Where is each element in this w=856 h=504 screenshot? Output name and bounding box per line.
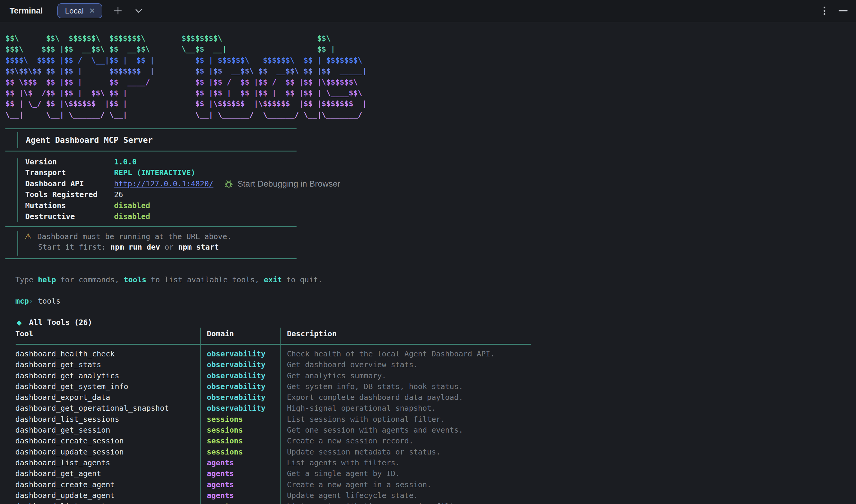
info-accent-bar — [17, 158, 18, 222]
table-row: dashboard_list_eventseventsList events w… — [0, 501, 856, 504]
tools-registered-value: 26 — [114, 189, 123, 200]
minimize-icon[interactable] — [839, 10, 848, 12]
description-cell: List sessions with optional filter. — [287, 414, 445, 425]
info-row-destructive: Destructive disabled — [25, 211, 340, 222]
table-row: dashboard_get_system_infoobservabilityGe… — [0, 381, 856, 392]
domain-cell: sessions — [207, 425, 243, 436]
ascii-banner-line: $$ |\$ /$$ |$$ | $$\ $$ | $$ |$$ | $$ |$… — [5, 88, 367, 98]
tool-name-cell: dashboard_update_agent — [15, 490, 115, 501]
info-row-version: Version 1.0.0 — [25, 157, 340, 167]
domain-cell: agents — [207, 457, 234, 468]
ascii-banner-mcp-tools: $$\ $$\ $$$$$$\ $$$$$$$\ $$$$$$$$\ $$\$$… — [5, 33, 367, 120]
typed-command: tools — [33, 297, 60, 305]
tool-name-cell: dashboard_list_events — [15, 501, 110, 504]
ascii-banner-line: $$\ $$\ $$$$$$\ $$$$$$$\ $$$$$$$$\ $$\ — [5, 33, 367, 44]
table-header-row: Tool Domain Description — [0, 328, 856, 339]
tool-name-cell: dashboard_get_agent — [15, 468, 101, 479]
info-label: Mutations — [25, 200, 114, 211]
server-title: Agent Dashboard MCP Server — [26, 132, 153, 148]
start-debugging-action[interactable]: Start Debugging in Browser — [224, 179, 340, 189]
table-row: dashboard_list_agentsagentsList agents w… — [0, 457, 856, 468]
table-row: dashboard_get_sessionsessionsGet one ses… — [0, 425, 856, 436]
domain-cell: observability — [207, 348, 266, 359]
new-tab-plus-icon[interactable] — [112, 5, 123, 16]
info-label: Destructive — [25, 211, 114, 222]
table-row: dashboard_get_statsobservabilityGet dash… — [0, 359, 856, 370]
terminal-titlebar: Terminal Local ✕ — [0, 0, 856, 22]
domain-cell: observability — [207, 381, 266, 392]
destructive-status: disabled — [114, 211, 150, 222]
description-cell: Get dashboard overview stats. — [287, 359, 418, 370]
domain-cell: sessions — [207, 447, 243, 457]
terminal-window: Terminal Local ✕ $$\ $$\ $$$$$$\ $$$$$$$… — [0, 0, 856, 504]
ascii-banner-line: $$$$\ $$$$ |$$ / \__|$$ | $$ | $$ | $$$$… — [5, 55, 367, 66]
description-cell: List agents with filters. — [287, 457, 400, 468]
command-npm-start: npm start — [178, 243, 219, 251]
domain-cell: observability — [207, 403, 266, 414]
table-row: dashboard_health_checkobservabilityCheck… — [0, 348, 856, 359]
start-debugging-label: Start Debugging in Browser — [237, 179, 340, 189]
transport-value: REPL (INTERACTIVE) — [114, 167, 195, 178]
mutations-status: disabled — [114, 200, 150, 211]
table-row: dashboard_update_sessionsessionsUpdate s… — [0, 447, 856, 457]
warning-line-2: Start it first: npm run dev or npm start — [24, 242, 232, 253]
domain-cell: events — [207, 501, 234, 504]
info-label: Tools Registered — [25, 189, 114, 200]
window-title: Terminal — [10, 6, 43, 16]
tab-local[interactable]: Local ✕ — [57, 3, 102, 18]
description-cell: Get analytics summary. — [287, 371, 386, 381]
description-cell: Export complete dashboard data payload. — [287, 392, 463, 403]
ascii-banner-line: $$ \$$$ $$ |$$ | $$ ____/ $$ |$$ / $$ |$… — [5, 77, 367, 88]
divider — [5, 226, 297, 227]
keyword-exit: exit — [264, 275, 282, 284]
tool-name-cell: dashboard_get_analytics — [15, 371, 119, 381]
domain-cell: agents — [207, 480, 234, 490]
table-row: dashboard_update_agentagentsUpdate agent… — [0, 490, 856, 501]
prompt-caret: › — [29, 297, 33, 305]
table-row: dashboard_get_operational_snapshotobserv… — [0, 403, 856, 414]
dashboard-api-link[interactable]: http://127.0.0.1:4820/ — [114, 179, 213, 189]
tool-name-cell: dashboard_get_session — [15, 425, 110, 436]
table-header-rule — [16, 344, 531, 345]
divider — [5, 150, 297, 151]
domain-cell: agents — [207, 490, 234, 501]
ascii-banner-line: $$ | \_/ $$ |\$$$$$$ |$$ | $$ |\$$$$$$ |… — [5, 98, 367, 109]
server-info-table: Version 1.0.0 Transport REPL (INTERACTIV… — [25, 157, 340, 222]
ascii-banner-line: $$\$$\$$ $$ |$$ | $$$$$$$ | $$ |$$ __$$\… — [5, 66, 367, 76]
description-cell: Update session metadata or status. — [287, 447, 441, 457]
repl-prompt[interactable]: mcp› tools — [15, 296, 60, 307]
kebab-menu-icon[interactable] — [824, 5, 825, 17]
domain-cell: sessions — [207, 436, 243, 446]
description-cell: List events with time or session filters… — [287, 501, 472, 504]
title-accent-bar — [17, 132, 18, 148]
description-cell: Create a new session record. — [287, 436, 413, 446]
tool-name-cell: dashboard_get_system_info — [15, 381, 128, 392]
warning-triangle-icon: ⚠ — [24, 232, 32, 241]
warning-block: ⚠Dashboard must be running at the URL ab… — [24, 231, 232, 253]
table-row: dashboard_get_analyticsobservabilityGet … — [0, 371, 856, 381]
tool-name-cell: dashboard_get_stats — [15, 359, 101, 370]
tab-label: Local — [65, 6, 84, 16]
info-row-dashboard-api: Dashboard API http://127.0.0.1:4820/ Sta… — [25, 179, 340, 189]
keyword-help: help — [38, 275, 56, 284]
info-row-mutations: Mutations disabled — [25, 200, 340, 211]
description-cell: Get a single agent by ID. — [287, 468, 400, 479]
table-row: dashboard_get_agentagentsGet a single ag… — [0, 468, 856, 479]
tool-name-cell: dashboard_list_agents — [15, 457, 110, 468]
column-header-domain: Domain — [207, 328, 234, 339]
all-tools-heading: ◆All Tools (26) — [17, 317, 92, 328]
tools-table-rows: dashboard_health_checkobservabilityCheck… — [0, 348, 856, 504]
chevron-down-icon[interactable] — [133, 6, 144, 16]
ascii-banner-line: \__| \__| \______/ \__| \__| \______/ \_… — [5, 109, 367, 120]
tab-close-icon[interactable]: ✕ — [89, 7, 95, 14]
tool-name-cell: dashboard_create_session — [15, 436, 124, 446]
description-cell: Create a new agent in a session. — [287, 480, 432, 490]
table-row: dashboard_create_sessionsessionsCreate a… — [0, 436, 856, 446]
help-hint-line: Type help for commands, tools to list av… — [15, 274, 323, 285]
table-row: dashboard_export_dataobservabilityExport… — [0, 392, 856, 403]
diamond-icon: ◆ — [17, 319, 22, 326]
warning-line-1: ⚠Dashboard must be running at the URL ab… — [24, 231, 232, 242]
tool-name-cell: dashboard_health_check — [15, 348, 115, 359]
domain-cell: observability — [207, 392, 266, 403]
info-label: Transport — [25, 167, 114, 178]
